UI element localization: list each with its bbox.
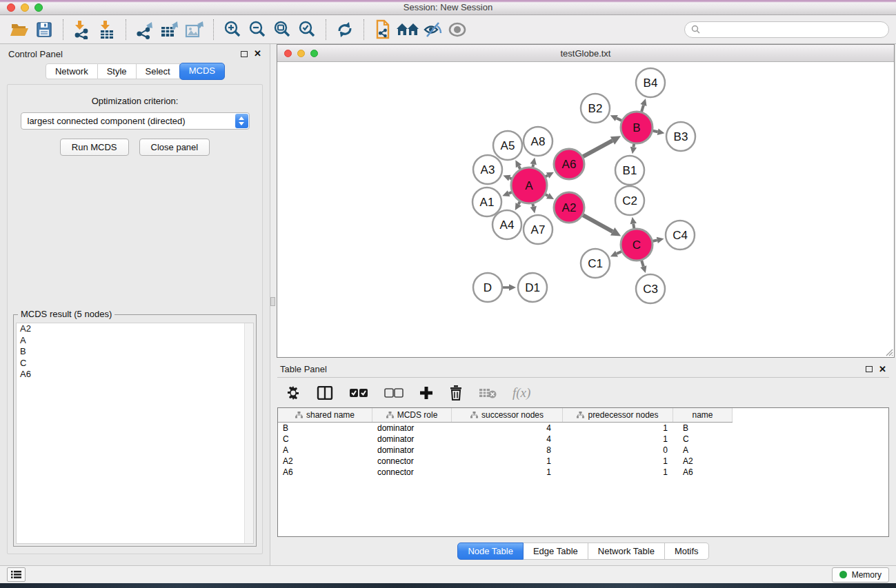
cell-name[interactable]: C [673, 434, 733, 445]
float-panel-icon[interactable] [241, 51, 248, 57]
cell-shared-name[interactable]: A [278, 445, 372, 456]
tab-style[interactable]: Style [98, 63, 137, 79]
save-session-icon[interactable] [32, 18, 57, 41]
split-divider-handle[interactable] [270, 297, 275, 306]
tab-network[interactable]: Network [46, 63, 98, 79]
mcds-result-list[interactable]: A2ABCA6 [16, 323, 254, 544]
zoom-fit-icon[interactable] [270, 18, 295, 41]
close-panel-icon[interactable]: ✕ [254, 50, 261, 57]
column-header-successor-nodes[interactable]: successor nodes [452, 408, 563, 422]
cell-successor-nodes[interactable]: 1 [452, 456, 563, 467]
edge-C-C3[interactable] [641, 261, 644, 267]
result-item[interactable]: B [17, 346, 253, 358]
cell-MCDS-role[interactable]: dominator [372, 423, 452, 434]
memory-button[interactable]: Memory [832, 567, 889, 582]
table-row[interactable]: Bdominator41B [278, 423, 888, 434]
edge-B-B2[interactable] [617, 118, 621, 120]
add-column-plus-icon[interactable] [419, 386, 433, 400]
table-row[interactable]: A6connector11A6 [278, 467, 888, 478]
result-item[interactable]: C [17, 358, 253, 369]
cell-predecessor-nodes[interactable]: 1 [563, 423, 673, 434]
cell-shared-name[interactable]: A6 [278, 467, 372, 478]
edge-B-B4[interactable] [641, 105, 644, 112]
table-header-row[interactable]: shared nameMCDS rolesuccessor nodesprede… [278, 408, 733, 423]
edge-A6-B[interactable] [583, 141, 613, 156]
edge-A-A4[interactable] [519, 202, 520, 205]
table-row[interactable]: A2connector11A2 [278, 456, 888, 467]
network-canvas[interactable]: B4B2BB3A5A8A6B1A3AC2A1A2A4A7C4CC1DD1C3 [277, 62, 894, 357]
network-minimize-icon[interactable] [297, 50, 305, 57]
cell-shared-name[interactable]: B [278, 423, 372, 434]
edge-A-A5[interactable] [519, 166, 520, 169]
cell-MCDS-role[interactable]: dominator [372, 434, 452, 445]
export-network-icon[interactable] [132, 18, 157, 41]
edge-A-A1[interactable] [509, 192, 512, 194]
edge-A2-C[interactable] [583, 215, 613, 232]
export-image-icon[interactable] [182, 18, 207, 41]
close-table-panel-icon[interactable]: ✕ [879, 366, 886, 373]
edge-C-C1[interactable] [617, 252, 621, 254]
home-icon[interactable] [395, 18, 420, 41]
cell-successor-nodes[interactable]: 8 [452, 445, 563, 456]
edge-B-B3[interactable] [653, 131, 658, 132]
refresh-icon[interactable] [332, 18, 357, 41]
cell-shared-name[interactable]: A2 [278, 456, 372, 467]
cell-MCDS-role[interactable]: dominator [372, 445, 452, 456]
network-zoom-icon[interactable] [310, 50, 318, 57]
edge-B-B1[interactable] [633, 144, 634, 148]
open-session-file-icon[interactable] [370, 18, 395, 41]
network-graph[interactable]: B4B2BB3A5A8A6B1A3AC2A1A2A4A7C4CC1DD1C3 [277, 62, 894, 357]
split-columns-icon[interactable] [317, 386, 333, 400]
zoom-selected-icon[interactable] [295, 18, 319, 41]
float-table-panel-icon[interactable] [866, 366, 873, 372]
search-input[interactable] [704, 25, 882, 34]
cell-shared-name[interactable]: C [278, 434, 372, 445]
cell-name[interactable]: A6 [673, 467, 733, 478]
column-header-MCDS-role[interactable]: MCDS role [372, 408, 452, 422]
edge-C-C4[interactable] [653, 240, 657, 241]
zoom-out-icon[interactable] [245, 18, 270, 41]
cell-name[interactable]: B [673, 423, 733, 434]
tab-network-table[interactable]: Network Table [588, 543, 665, 560]
cell-successor-nodes[interactable]: 4 [452, 423, 563, 434]
zoom-window-icon[interactable] [34, 3, 43, 12]
criterion-select[interactable]: largest connected component (directed) [21, 112, 250, 130]
cell-name[interactable]: A2 [673, 456, 733, 467]
hide-graphics-details-icon[interactable] [420, 18, 445, 41]
tab-node-table[interactable]: Node Table [457, 543, 524, 560]
window-controls[interactable] [7, 3, 43, 12]
zoom-in-icon[interactable] [220, 18, 245, 41]
resize-grip-icon[interactable] [884, 347, 893, 356]
cell-successor-nodes[interactable]: 4 [452, 434, 563, 445]
delete-column-trash-icon[interactable] [449, 385, 463, 401]
export-table-icon[interactable] [157, 18, 182, 41]
open-session-icon[interactable] [7, 18, 32, 41]
network-window-titlebar[interactable]: testGlobe.txt [277, 45, 894, 62]
cell-MCDS-role[interactable]: connector [372, 467, 452, 478]
minimize-window-icon[interactable] [21, 3, 29, 12]
tab-mcds[interactable]: MCDS [179, 63, 225, 80]
result-scrollbar[interactable] [244, 323, 253, 543]
table-row[interactable]: Adominator80A [278, 445, 888, 456]
unselect-all-columns-icon[interactable] [384, 388, 404, 398]
table-options-gear-icon[interactable] [286, 385, 301, 401]
cell-predecessor-nodes[interactable]: 0 [563, 445, 673, 456]
edge-A-A2[interactable] [546, 194, 548, 196]
cell-successor-nodes[interactable]: 1 [452, 467, 563, 478]
tab-select[interactable]: Select [137, 63, 180, 79]
search-field[interactable] [684, 21, 889, 38]
task-history-button[interactable] [7, 567, 26, 582]
tab-edge-table[interactable]: Edge Table [524, 543, 588, 560]
cell-name[interactable]: A [673, 445, 733, 456]
node-table[interactable]: shared nameMCDS rolesuccessor nodesprede… [277, 407, 889, 537]
show-graphics-details-icon[interactable] [445, 18, 470, 41]
edge-A-A6[interactable] [546, 175, 548, 176]
result-item[interactable]: A [17, 335, 253, 347]
column-header-name[interactable]: name [673, 408, 733, 422]
cell-predecessor-nodes[interactable]: 1 [563, 434, 673, 445]
column-header-predecessor-nodes[interactable]: predecessor nodes [563, 408, 673, 422]
network-close-icon[interactable] [284, 50, 292, 57]
tab-motifs[interactable]: Motifs [665, 543, 709, 560]
cell-MCDS-role[interactable]: connector [372, 456, 452, 467]
close-panel-button[interactable]: Close panel [139, 139, 210, 156]
